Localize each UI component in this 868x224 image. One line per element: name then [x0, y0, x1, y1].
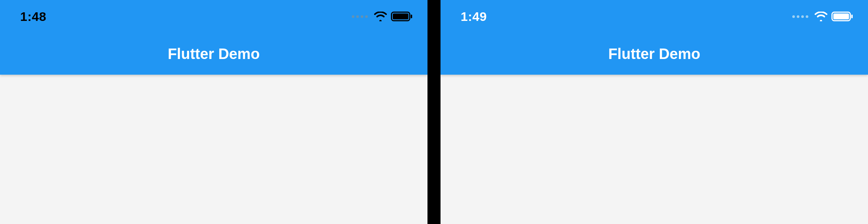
battery-icon: [831, 12, 853, 21]
phone-screen-right: 1:49: [441, 0, 868, 224]
status-icons: [352, 12, 413, 21]
appbar-area: 1:49: [441, 0, 868, 75]
svg-rect-2: [411, 15, 412, 18]
appbar: Flutter Demo: [0, 33, 427, 75]
status-bar: 1:49: [441, 0, 868, 33]
svg-rect-1: [393, 13, 408, 19]
appbar-title: Flutter Demo: [168, 46, 260, 62]
cellular-dots-icon: [352, 15, 368, 18]
status-time: 1:49: [461, 9, 487, 24]
body-content: [0, 75, 427, 224]
svg-rect-5: [851, 15, 853, 18]
screens-divider: [427, 0, 441, 224]
battery-icon: [391, 12, 413, 21]
appbar: Flutter Demo: [441, 33, 868, 75]
phone-screen-left: 1:48: [0, 0, 427, 224]
body-content: [441, 75, 868, 224]
svg-rect-4: [833, 13, 849, 19]
appbar-area: 1:48: [0, 0, 427, 75]
status-time: 1:48: [20, 9, 46, 24]
status-icons: [792, 12, 853, 21]
cellular-dots-icon: [792, 15, 808, 18]
appbar-title: Flutter Demo: [608, 46, 701, 62]
wifi-icon: [814, 12, 828, 21]
wifi-icon: [374, 12, 387, 21]
status-bar: 1:48: [0, 0, 427, 33]
